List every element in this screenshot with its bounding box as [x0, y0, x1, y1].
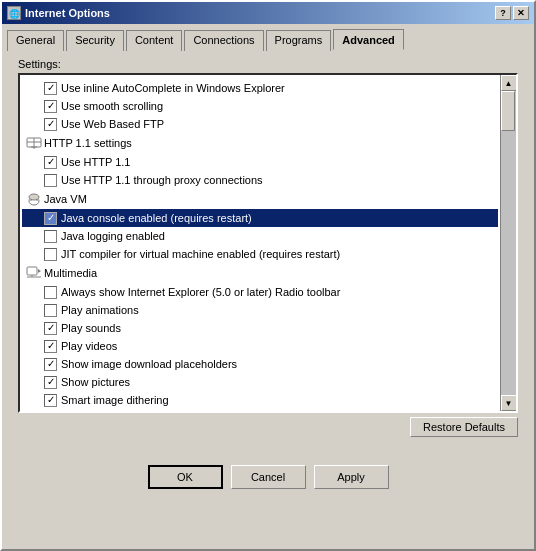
- section-label: Multimedia: [44, 265, 97, 281]
- settings-list: Use inline AutoComplete in Windows Explo…: [20, 75, 500, 411]
- svg-marker-10: [38, 269, 41, 273]
- svg-point-8: [29, 194, 39, 200]
- section-label: HTTP 1.1 settings: [44, 135, 132, 151]
- setting-text: Show image download placeholders: [61, 356, 237, 372]
- checkbox-jit[interactable]: [44, 248, 57, 261]
- scroll-thumb[interactable]: [501, 91, 515, 131]
- settings-box: Use inline AutoComplete in Windows Explo…: [18, 73, 518, 413]
- checkbox-radio-toolbar[interactable]: [44, 286, 57, 299]
- checkbox-java-logging[interactable]: [44, 230, 57, 243]
- checkbox-http11-proxy[interactable]: [44, 174, 57, 187]
- scrollbar[interactable]: ▲ ▼: [500, 75, 516, 411]
- tab-programs[interactable]: Programs: [266, 30, 332, 51]
- setting-text: Use smooth scrolling: [61, 98, 163, 114]
- list-item[interactable]: Use inline AutoComplete in Windows Explo…: [22, 79, 498, 97]
- checkbox-smart-dithering[interactable]: [44, 394, 57, 407]
- list-item[interactable]: Use HTTP 1.1: [22, 153, 498, 171]
- section-header-http: HTTP 1.1 settings: [22, 133, 498, 153]
- settings-label: Settings:: [18, 58, 518, 70]
- java-icon: [26, 191, 42, 207]
- checkbox-image-placeholders[interactable]: [44, 358, 57, 371]
- tabs-container: General Security Content Connections Pro…: [2, 24, 534, 50]
- setting-text: Play videos: [61, 338, 117, 354]
- list-item[interactable]: Java logging enabled: [22, 227, 498, 245]
- setting-text: Use inline AutoComplete in Windows Explo…: [61, 80, 285, 96]
- close-button[interactable]: ✕: [513, 6, 529, 20]
- apply-button[interactable]: Apply: [314, 465, 389, 489]
- list-item[interactable]: Play animations: [22, 301, 498, 319]
- checkbox-show-pictures[interactable]: [44, 376, 57, 389]
- setting-text: Play animations: [61, 302, 139, 318]
- setting-text: Show pictures: [61, 374, 130, 390]
- setting-text: Smart image dithering: [61, 392, 169, 408]
- window-title: Internet Options: [25, 7, 110, 19]
- list-item[interactable]: Show image download placeholders: [22, 355, 498, 373]
- list-item[interactable]: Show pictures: [22, 373, 498, 391]
- restore-defaults-button[interactable]: Restore Defaults: [410, 417, 518, 437]
- checkbox-java-console[interactable]: [44, 212, 57, 225]
- bottom-section: Restore Defaults: [18, 413, 518, 441]
- setting-text: Use HTTP 1.1 through proxy connections: [61, 172, 263, 188]
- scroll-down-button[interactable]: ▼: [501, 395, 517, 411]
- button-row: OK Cancel Apply: [2, 457, 534, 499]
- checkbox-http11[interactable]: [44, 156, 57, 169]
- list-item[interactable]: Play videos: [22, 337, 498, 355]
- checkbox-play-animations[interactable]: [44, 304, 57, 317]
- help-button[interactable]: ?: [495, 6, 511, 20]
- cancel-button[interactable]: Cancel: [231, 465, 306, 489]
- setting-text: Use Web Based FTP: [61, 116, 164, 132]
- setting-text: Use HTTP 1.1: [61, 154, 131, 170]
- tab-content[interactable]: Content: [126, 30, 183, 51]
- list-item[interactable]: Smart image dithering: [22, 391, 498, 409]
- svg-rect-9: [27, 267, 37, 275]
- checkbox-smooth-scrolling[interactable]: [44, 100, 57, 113]
- setting-text: Java logging enabled: [61, 228, 165, 244]
- title-bar-buttons: ? ✕: [495, 6, 529, 20]
- window-icon: 🌐: [7, 6, 21, 20]
- list-item[interactable]: Use smooth scrolling: [22, 97, 498, 115]
- tab-general[interactable]: General: [7, 30, 64, 51]
- checkbox-play-sounds[interactable]: [44, 322, 57, 335]
- section-header-multimedia: Multimedia: [22, 263, 498, 283]
- setting-text: Play sounds: [61, 320, 121, 336]
- list-item[interactable]: Use HTTP 1.1 through proxy connections: [22, 171, 498, 189]
- title-bar-left: 🌐 Internet Options: [7, 6, 110, 20]
- list-item[interactable]: Play sounds: [22, 319, 498, 337]
- content-area: Settings: Use inline AutoComplete in Win…: [10, 50, 526, 449]
- ok-button[interactable]: OK: [148, 465, 223, 489]
- multimedia-icon: [26, 265, 42, 281]
- checkbox-web-ftp[interactable]: [44, 118, 57, 131]
- list-item[interactable]: Java console enabled (requires restart): [22, 209, 498, 227]
- setting-text: Always show Internet Explorer (5.0 or la…: [61, 284, 340, 300]
- list-item[interactable]: JIT compiler for virtual machine enabled…: [22, 245, 498, 263]
- list-item[interactable]: Always show Internet Explorer (5.0 or la…: [22, 283, 498, 301]
- network-icon: [26, 135, 42, 151]
- setting-text: JIT compiler for virtual machine enabled…: [61, 246, 340, 262]
- scroll-up-button[interactable]: ▲: [501, 75, 517, 91]
- checkbox-play-videos[interactable]: [44, 340, 57, 353]
- scroll-track: [501, 91, 516, 395]
- tab-advanced[interactable]: Advanced: [333, 29, 404, 50]
- section-label: Java VM: [44, 191, 87, 207]
- internet-options-window: 🌐 Internet Options ? ✕ General Security …: [0, 0, 536, 551]
- tab-connections[interactable]: Connections: [184, 30, 263, 51]
- checkbox-inline-autocomplete[interactable]: [44, 82, 57, 95]
- tab-security[interactable]: Security: [66, 30, 124, 51]
- title-bar: 🌐 Internet Options ? ✕: [2, 2, 534, 24]
- list-item[interactable]: Use Web Based FTP: [22, 115, 498, 133]
- section-header-java: Java VM: [22, 189, 498, 209]
- section-header-printing: Printing: [22, 409, 498, 411]
- setting-text: Java console enabled (requires restart): [61, 210, 252, 226]
